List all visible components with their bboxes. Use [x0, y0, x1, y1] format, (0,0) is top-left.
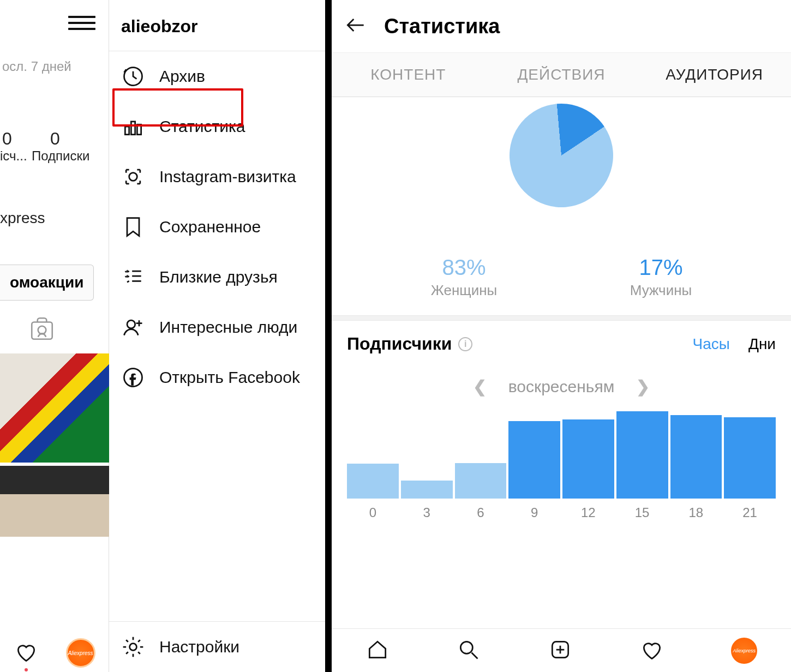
pie-label-women: 83% Женщины: [431, 255, 497, 299]
bar-18: [670, 415, 722, 499]
page-title: Статистика: [384, 15, 500, 38]
menu-item-facebook[interactable]: Открыть Facebook: [109, 352, 325, 403]
menu-item-nametag[interactable]: Instagram-визитка: [109, 152, 325, 202]
home-icon[interactable]: [365, 638, 389, 664]
menu-label-stats: Статистика: [159, 117, 245, 136]
svg-point-10: [461, 641, 473, 653]
nametag-icon: [121, 165, 145, 189]
bar-6: [455, 463, 507, 499]
bar-21: [724, 417, 776, 499]
menu-item-settings[interactable]: Настройки: [109, 621, 325, 672]
menu-item-saved[interactable]: Сохраненное: [109, 202, 325, 252]
profile-partial: осл. 7 дней 0 ісч... 0 Подписки xpress о…: [0, 0, 109, 672]
pie-graphic: [505, 99, 618, 212]
pie-legend: 83% Женщины 17% Мужчины: [332, 255, 791, 315]
post-thumbnail-2[interactable]: [0, 466, 109, 537]
followers-header: Подписчики i Часы Дни: [332, 321, 791, 367]
brand-partial: xpress: [0, 209, 45, 227]
bar-label-15: 15: [616, 505, 668, 520]
activity-heart-icon[interactable]: [14, 640, 38, 666]
tab-actions[interactable]: ДЕЙСТВИЯ: [485, 53, 638, 97]
bar-12: [562, 419, 614, 499]
hamburger-menu-icon[interactable]: [68, 12, 95, 34]
chevron-left-icon[interactable]: ❮: [473, 377, 487, 396]
bar-15: [616, 411, 668, 499]
menu-label-facebook: Открыть Facebook: [159, 368, 300, 387]
section-separator: [332, 315, 791, 321]
search-icon[interactable]: [457, 638, 481, 664]
men-label: Мужчины: [630, 282, 692, 299]
menu-item-archive[interactable]: Архив: [109, 51, 325, 101]
svg-point-6: [129, 173, 137, 181]
profile-avatar[interactable]: Aliexpress: [66, 638, 95, 668]
toggle-days[interactable]: Дни: [748, 335, 776, 353]
day-label: воскресеньям: [508, 377, 615, 396]
left-screenshot: осл. 7 дней 0 ісч... 0 Подписки xpress о…: [0, 0, 325, 672]
menu-label-archive: Архив: [159, 67, 205, 86]
bar-label-21: 21: [724, 505, 776, 520]
menu-label-nametag: Instagram-визитка: [159, 167, 296, 186]
svg-rect-3: [125, 127, 129, 135]
stats-icon: [121, 115, 145, 139]
time-toggle: Часы Дни: [693, 335, 776, 353]
bar-label-0: 0: [347, 505, 399, 520]
women-percent: 83%: [431, 255, 497, 280]
tab-content[interactable]: КОНТЕНТ: [332, 53, 485, 97]
pie-label-men: 17% Мужчины: [630, 255, 692, 299]
stat-label-1: ісч...: [0, 148, 27, 164]
tab-audience[interactable]: АУДИТОРИЯ: [638, 53, 791, 97]
facebook-icon: [121, 365, 145, 389]
stat-value-1: 0: [2, 129, 12, 149]
promo-button[interactable]: омоакции: [0, 265, 94, 301]
back-arrow-icon[interactable]: [344, 13, 368, 39]
day-navigator: ❮ воскресеньям ❯: [332, 367, 791, 411]
profile-avatar[interactable]: Aliexpress: [731, 638, 757, 664]
bar-label-3: 3: [401, 505, 453, 520]
menu-label-close-friends: Близкие друзья: [159, 268, 278, 286]
stat-value-2: 0: [50, 129, 60, 149]
info-icon[interactable]: i: [458, 337, 472, 351]
menu-item-stats[interactable]: Статистика: [109, 101, 325, 152]
activity-heart-icon[interactable]: [640, 638, 664, 664]
close-friends-icon: [121, 265, 145, 289]
svg-rect-0: [32, 322, 52, 339]
followers-bar-chart: 036912151821: [347, 411, 776, 520]
svg-rect-5: [137, 124, 141, 134]
post-thumbnail-1[interactable]: [0, 353, 109, 463]
menu-label-saved: Сохраненное: [159, 218, 261, 236]
toggle-hours[interactable]: Часы: [693, 335, 730, 353]
side-menu: alieobzor Архив Статистика Instagram-виз…: [109, 0, 325, 672]
archive-icon: [121, 64, 145, 88]
men-percent: 17%: [630, 255, 692, 280]
right-screenshot: Статистика КОНТЕНТ ДЕЙСТВИЯ АУДИТОРИЯ .r…: [332, 0, 791, 672]
tagged-tab-icon[interactable]: [28, 315, 56, 343]
profile-bottom-nav: Aliexpress: [0, 634, 109, 672]
bar-0: [347, 464, 399, 499]
stat-label-2: Подписки: [32, 148, 89, 164]
bar-label-9: 9: [508, 505, 560, 520]
recent-label: осл. 7 дней: [2, 59, 71, 74]
menu-label-discover: Интересные люди: [159, 318, 297, 337]
bar-label-6: 6: [455, 505, 507, 520]
menu-label-settings: Настройки: [159, 638, 239, 656]
discover-people-icon: [121, 315, 145, 339]
bookmark-icon: [121, 215, 145, 239]
gear-icon: [121, 635, 145, 659]
chevron-right-icon[interactable]: ❯: [636, 377, 650, 396]
svg-point-7: [127, 320, 135, 328]
gender-pie-chart: [332, 97, 791, 255]
svg-rect-4: [131, 122, 135, 135]
new-post-icon[interactable]: [548, 638, 572, 664]
women-label: Женщины: [431, 282, 497, 299]
stats-tabs: КОНТЕНТ ДЕЙСТВИЯ АУДИТОРИЯ: [332, 52, 791, 97]
bar-9: [508, 421, 560, 499]
bar-label-18: 18: [670, 505, 722, 520]
menu-item-close-friends[interactable]: Близкие друзья: [109, 252, 325, 302]
bar-label-12: 12: [562, 505, 614, 520]
screenshot-divider: [325, 0, 332, 672]
menu-username: alieobzor: [109, 0, 325, 51]
svg-point-9: [130, 644, 137, 651]
menu-item-discover[interactable]: Интересные люди: [109, 302, 325, 352]
stats-header: Статистика: [332, 0, 791, 52]
bar-3: [401, 481, 453, 499]
